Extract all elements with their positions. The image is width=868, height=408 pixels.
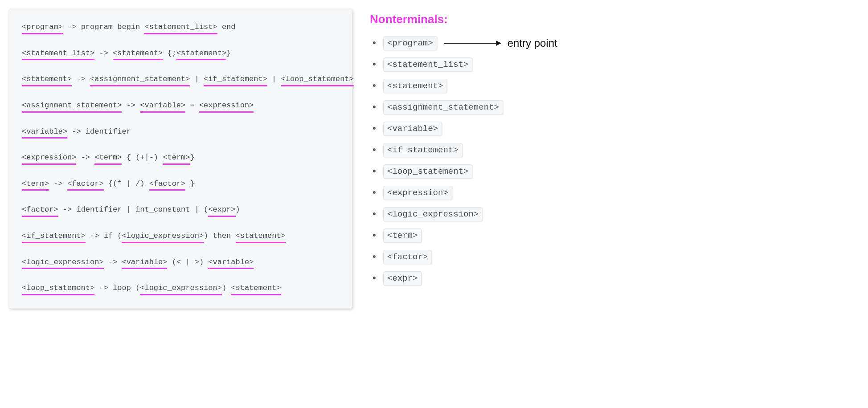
list-item-row: <factor>: [383, 250, 557, 264]
literal-token: ->: [94, 49, 113, 57]
literal-token: ) then: [204, 232, 235, 240]
nonterminal-tag: <expr>: [383, 271, 422, 286]
list-item-row: <assignment_statement>: [383, 100, 557, 114]
literal-token: -> identifier | int_constant | (: [58, 205, 209, 214]
nonterminal-token: <statement>: [113, 48, 163, 61]
list-item: <expression>: [381, 182, 557, 204]
list-item: <assignment_statement>: [381, 97, 557, 118]
nonterminal-token: <term>: [163, 152, 190, 165]
nonterminal-token: <statement>: [236, 231, 286, 243]
nonterminal-token: <if_statement>: [22, 231, 86, 243]
arrow-right-icon: [443, 40, 501, 47]
literal-token: -> program begin: [63, 23, 145, 31]
literal-token: (< | >): [167, 258, 208, 266]
literal-token: -> if (: [86, 232, 122, 240]
literal-token: |: [190, 75, 204, 83]
list-item-row: <if_statement>: [383, 143, 557, 157]
literal-token: ->: [76, 153, 94, 162]
page-container: <program> -> program begin <statement_li…: [9, 9, 859, 309]
grammar-code-block: <program> -> program begin <statement_li…: [9, 9, 352, 309]
nonterminal-token: <factor>: [67, 179, 104, 191]
nonterminal-tag: <expression>: [383, 186, 452, 200]
literal-token: ): [222, 284, 231, 292]
grammar-rule: <term> -> <factor> {(* | /) <factor> }: [22, 175, 339, 193]
svg-marker-1: [496, 41, 501, 46]
nonterminal-token: <loop_statement>: [22, 283, 94, 295]
nonterminal-tag: <variable>: [383, 122, 442, 136]
literal-token: }: [185, 180, 194, 188]
list-item: <statement_list>: [381, 54, 557, 75]
entry-point-label: entry point: [508, 37, 557, 49]
nonterminal-token: <statement_list>: [144, 22, 217, 34]
list-item: <if_statement>: [381, 139, 557, 161]
list-item-row: <loop_statement>: [383, 164, 557, 179]
list-item-row: <logic_expression>: [383, 207, 557, 221]
grammar-rule: <factor> -> identifier | int_constant | …: [22, 201, 339, 219]
nonterminals-heading: Nonterminals:: [370, 12, 557, 26]
nonterminal-token: <term>: [22, 179, 49, 191]
nonterminal-tag: <logic_expression>: [383, 207, 483, 221]
list-item-row: <term>: [383, 228, 557, 243]
nonterminals-panel: Nonterminals: <program>entry point<state…: [370, 9, 557, 289]
grammar-rule: <expression> -> <term> { (+|-) <term>}: [22, 149, 339, 167]
literal-token: =: [185, 101, 199, 110]
grammar-rule: <if_statement> -> if (<logic_expression>…: [22, 227, 339, 245]
nonterminal-token: <if_statement>: [204, 74, 267, 86]
nonterminals-list: <program>entry point<statement_list><sta…: [370, 33, 557, 289]
grammar-rule: <statement> -> <assignment_statement> | …: [22, 70, 339, 89]
list-item: <expr>: [381, 268, 557, 289]
nonterminal-token: <program>: [22, 22, 63, 34]
nonterminal-token: <logic_expression>: [140, 283, 222, 295]
literal-token: }: [226, 49, 231, 57]
nonterminal-token: <variable>: [22, 126, 67, 139]
nonterminal-token: <variable>: [208, 257, 254, 269]
literal-token: ->: [49, 180, 67, 188]
nonterminal-token: <statement_list>: [22, 48, 94, 61]
nonterminal-token: <statement>: [176, 48, 226, 61]
literal-token: ->: [72, 75, 90, 83]
nonterminal-token: <expression>: [22, 152, 76, 165]
literal-token: end: [217, 23, 236, 31]
grammar-rule: <program> -> program begin <statement_li…: [22, 18, 339, 37]
grammar-rule: <loop_statement> -> loop (<logic_express…: [22, 279, 339, 298]
nonterminal-tag: <loop_statement>: [383, 164, 472, 179]
nonterminal-token: <assignment_statement>: [22, 100, 122, 113]
literal-token: |: [267, 75, 281, 83]
list-item-row: <expr>: [383, 271, 557, 286]
nonterminal-token: <term>: [94, 152, 122, 165]
nonterminal-token: <variable>: [140, 100, 185, 113]
nonterminal-tag: <statement_list>: [383, 57, 472, 72]
list-item-row: <statement>: [383, 79, 557, 93]
nonterminal-tag: <statement>: [383, 79, 447, 93]
list-item: <program>entry point: [381, 33, 557, 54]
list-item-row: <expression>: [383, 186, 557, 200]
literal-token: ): [236, 205, 240, 214]
list-item-row: <statement_list>: [383, 57, 557, 72]
list-item: <loop_statement>: [381, 161, 557, 182]
literal-token: -> identifier: [67, 127, 131, 136]
list-item-row: <variable>: [383, 122, 557, 136]
nonterminal-token: <factor>: [22, 204, 58, 217]
literal-token: -> loop (: [94, 284, 140, 292]
nonterminal-token: <variable>: [122, 257, 167, 269]
list-item: <factor>: [381, 246, 557, 268]
nonterminal-tag: <factor>: [383, 250, 432, 264]
grammar-rule: <variable> -> identifier: [22, 123, 339, 141]
grammar-rule: <assignment_statement> -> <variable> = <…: [22, 97, 339, 115]
nonterminal-token: <expr>: [208, 204, 235, 217]
list-item: <variable>: [381, 118, 557, 139]
nonterminal-token: <statement>: [22, 74, 72, 86]
literal-token: { (+|-): [122, 153, 163, 162]
nonterminal-token: <expression>: [199, 100, 254, 113]
list-item-row: <program>entry point: [383, 36, 557, 50]
literal-token: ->: [122, 101, 140, 110]
nonterminal-token: <assignment_statement>: [90, 74, 190, 86]
nonterminal-tag: <term>: [383, 228, 422, 243]
nonterminal-tag: <program>: [383, 36, 437, 50]
literal-token: {;: [163, 49, 176, 57]
nonterminal-token: <loop_statement>: [281, 74, 354, 86]
nonterminal-token: <statement>: [231, 283, 281, 295]
literal-token: ->: [104, 258, 122, 266]
nonterminal-tag: <assignment_statement>: [383, 100, 503, 114]
list-item: <term>: [381, 225, 557, 246]
